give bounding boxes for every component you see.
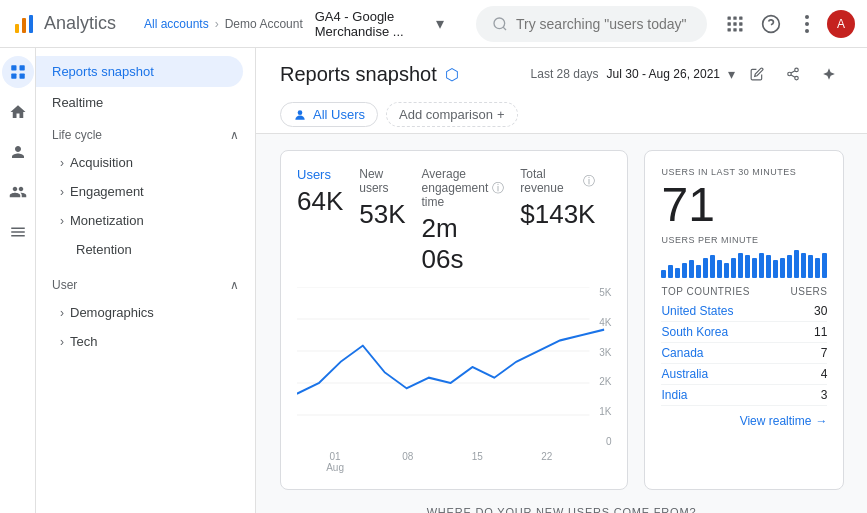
account-dropdown-icon[interactable]: ▾ bbox=[436, 14, 444, 33]
x-label-01-value: 01 bbox=[329, 451, 340, 462]
sidebar-item-reports-snapshot-label: Reports snapshot bbox=[52, 64, 154, 79]
avatar[interactable]: A bbox=[827, 10, 855, 38]
country-name[interactable]: Canada bbox=[661, 346, 703, 360]
top-icons: A bbox=[719, 8, 855, 40]
new-users-section-title: WHERE DO YOUR NEW USERS COME FROM? bbox=[280, 506, 843, 513]
sparkle-icon bbox=[822, 67, 836, 81]
content-header-top: Reports snapshot ⬡ Last 28 days Jul 30 -… bbox=[280, 60, 843, 88]
sidebar-item-engagement[interactable]: › Engagement bbox=[36, 177, 255, 206]
sidebar-item-tech-label: Tech bbox=[70, 334, 97, 349]
metric-new-users: New users 53K bbox=[359, 167, 421, 275]
country-row: Canada 7 bbox=[661, 343, 827, 364]
user-section-header[interactable]: User ∧ bbox=[36, 272, 255, 298]
sidebar-item-acquisition[interactable]: › Acquisition bbox=[36, 148, 255, 177]
sidebar-item-realtime-label: Realtime bbox=[52, 95, 103, 110]
breadcrumb-account[interactable]: All accounts bbox=[144, 17, 209, 31]
mini-bar-item bbox=[675, 268, 680, 278]
date-range-value[interactable]: Jul 30 - Aug 26, 2021 bbox=[607, 67, 720, 81]
svg-point-24 bbox=[788, 72, 792, 76]
breadcrumb-sep: › bbox=[215, 17, 219, 31]
mini-bar-item bbox=[759, 253, 764, 278]
svg-point-18 bbox=[805, 29, 809, 33]
country-name[interactable]: United States bbox=[661, 304, 733, 318]
svg-rect-5 bbox=[728, 16, 731, 19]
apps-icon bbox=[725, 14, 745, 34]
metrics-row: Users 64K New users 53K Aver bbox=[297, 167, 611, 275]
insights-icon-button[interactable] bbox=[815, 60, 843, 88]
line-chart-svg bbox=[297, 287, 611, 447]
sidebar-icon-audience[interactable] bbox=[2, 176, 34, 208]
app-title: Analytics bbox=[44, 13, 116, 34]
metric-engagement: Average engagement time ⓘ 2m 06s bbox=[422, 167, 521, 275]
share-icon-button[interactable] bbox=[779, 60, 807, 88]
sidebar-item-reports-snapshot[interactable]: Reports snapshot bbox=[36, 56, 243, 87]
metric-new-users-label-text[interactable]: New users bbox=[359, 167, 405, 195]
lifecycle-section-header[interactable]: Life cycle ∧ bbox=[36, 122, 255, 148]
sidebar-icon-menu[interactable] bbox=[2, 216, 34, 248]
view-realtime-link[interactable]: View realtime → bbox=[661, 414, 827, 428]
y-label-3k: 3K bbox=[581, 347, 611, 358]
sidebar-item-monetization[interactable]: › Monetization bbox=[36, 206, 255, 235]
mini-bar-item bbox=[668, 265, 673, 278]
mini-bar-item bbox=[822, 253, 827, 278]
sidebar-nav-items: Reports snapshot Realtime Life cycle ∧ ›… bbox=[36, 48, 255, 368]
svg-rect-1 bbox=[22, 18, 26, 33]
metric-engagement-label-text[interactable]: Average engagement time bbox=[422, 167, 489, 209]
help-icon-button[interactable] bbox=[755, 8, 787, 40]
country-count: 30 bbox=[814, 304, 827, 318]
sidebar-item-demographics[interactable]: › Demographics bbox=[36, 298, 255, 327]
country-row: South Korea 11 bbox=[661, 322, 827, 343]
mini-bar-item bbox=[731, 258, 736, 278]
users-col-header: USERS bbox=[791, 286, 828, 297]
sidebar-item-retention[interactable]: Retention bbox=[36, 235, 255, 264]
date-dropdown-icon[interactable]: ▾ bbox=[728, 66, 735, 82]
country-name[interactable]: Australia bbox=[661, 367, 708, 381]
mini-bar-item bbox=[787, 255, 792, 278]
sidebar-item-tech[interactable]: › Tech bbox=[36, 327, 255, 356]
mini-bars-chart bbox=[661, 248, 827, 278]
svg-line-27 bbox=[791, 71, 795, 73]
svg-point-28 bbox=[298, 110, 303, 115]
more-icon-button[interactable] bbox=[791, 8, 823, 40]
top-bar: Analytics All accounts › Demo Account GA… bbox=[0, 0, 867, 48]
sidebar-icon-user[interactable] bbox=[2, 136, 34, 168]
svg-rect-6 bbox=[733, 16, 736, 19]
search-input[interactable] bbox=[516, 16, 691, 32]
search-icon bbox=[492, 16, 508, 32]
country-name[interactable]: South Korea bbox=[661, 325, 728, 339]
countries-col-header: TOP COUNTRIES bbox=[661, 286, 749, 297]
mini-bar-item bbox=[815, 258, 820, 278]
y-label-5k: 5K bbox=[581, 287, 611, 298]
svg-rect-12 bbox=[733, 28, 736, 31]
all-users-filter-chip[interactable]: All Users bbox=[280, 102, 378, 127]
filter-bar: All Users Add comparison + bbox=[280, 96, 843, 133]
revenue-info-icon[interactable]: ⓘ bbox=[583, 173, 595, 190]
mini-bar-item bbox=[766, 255, 771, 278]
mini-bar-item bbox=[738, 253, 743, 278]
engagement-info-icon[interactable]: ⓘ bbox=[492, 180, 504, 197]
realtime-section-label: USERS IN LAST 30 MINUTES bbox=[661, 167, 827, 177]
country-name[interactable]: India bbox=[661, 388, 687, 402]
svg-rect-7 bbox=[739, 16, 742, 19]
add-comparison-button[interactable]: Add comparison + bbox=[386, 102, 518, 127]
help-icon bbox=[761, 14, 781, 34]
search-bar[interactable] bbox=[476, 6, 707, 42]
metric-revenue-label-text[interactable]: Total revenue bbox=[520, 167, 579, 195]
apps-icon-button[interactable] bbox=[719, 8, 751, 40]
x-label-08: 08 bbox=[402, 451, 413, 473]
svg-rect-13 bbox=[739, 28, 742, 31]
content-header: Reports snapshot ⬡ Last 28 days Jul 30 -… bbox=[256, 48, 867, 134]
share-icon[interactable]: ⬡ bbox=[445, 65, 459, 84]
svg-point-23 bbox=[795, 68, 799, 72]
sidebar-icon-home[interactable] bbox=[2, 96, 34, 128]
sidebar-icon-reports[interactable] bbox=[2, 56, 34, 88]
sidebar-item-realtime[interactable]: Realtime bbox=[36, 87, 243, 118]
svg-rect-10 bbox=[739, 22, 742, 25]
user-section: User ∧ › Demographics › Tech bbox=[36, 268, 255, 360]
svg-rect-9 bbox=[733, 22, 736, 25]
account-selector[interactable]: GA4 - Google Merchandise ... ▾ bbox=[315, 9, 444, 39]
all-users-label: All Users bbox=[313, 107, 365, 122]
user-collapse-icon: ∧ bbox=[230, 278, 239, 292]
lifecycle-subsection: › Acquisition › Engagement › Monetizatio… bbox=[36, 148, 255, 264]
edit-icon-button[interactable] bbox=[743, 60, 771, 88]
